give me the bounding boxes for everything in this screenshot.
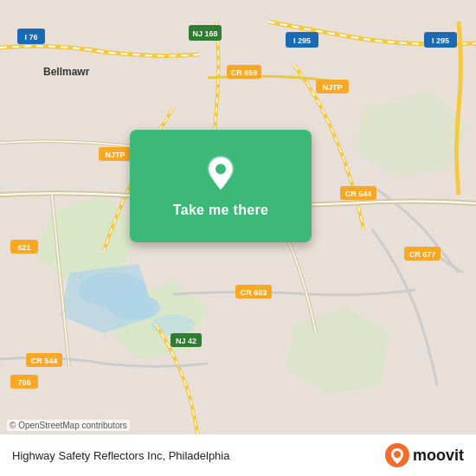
take-me-there-card[interactable]: Take me there — [130, 130, 312, 242]
svg-text:I 295: I 295 — [293, 36, 311, 45]
map-container: I 76 NJ 168 I 295 I 295 CR 659 NJTP NJTP… — [0, 0, 476, 476]
svg-text:CR 659: CR 659 — [231, 68, 258, 77]
location-pin-icon — [200, 154, 241, 196]
svg-text:CR 683: CR 683 — [241, 288, 267, 297]
svg-text:CR 677: CR 677 — [409, 250, 436, 259]
svg-text:CR 544: CR 544 — [31, 357, 58, 365]
svg-text:I 76: I 76 — [24, 33, 37, 42]
svg-text:CR 544: CR 544 — [345, 190, 372, 198]
svg-text:NJTP: NJTP — [105, 151, 125, 159]
moovit-brand-text: moovit — [413, 447, 464, 465]
svg-text:NJTP: NJTP — [322, 83, 342, 92]
take-me-there-label: Take me there — [173, 203, 268, 218]
svg-text:706: 706 — [17, 378, 30, 387]
moovit-logo: moovit — [385, 443, 464, 467]
moovit-brand-icon — [385, 443, 409, 467]
map-attribution: © OpenStreetMap contributors — [7, 420, 130, 431]
svg-text:I 295: I 295 — [432, 36, 449, 45]
svg-point-40 — [215, 164, 226, 174]
svg-text:Bellmawr: Bellmawr — [43, 66, 90, 78]
svg-text:NJ 42: NJ 42 — [176, 337, 196, 345]
svg-text:621: 621 — [17, 243, 30, 252]
bottom-bar: Highway Safety Reflectors Inc, Philadelp… — [0, 434, 476, 476]
svg-point-8 — [151, 314, 195, 335]
svg-point-42 — [394, 451, 401, 458]
place-name: Highway Safety Reflectors Inc, Philadelp… — [12, 449, 229, 462]
svg-text:NJ 168: NJ 168 — [192, 29, 217, 38]
